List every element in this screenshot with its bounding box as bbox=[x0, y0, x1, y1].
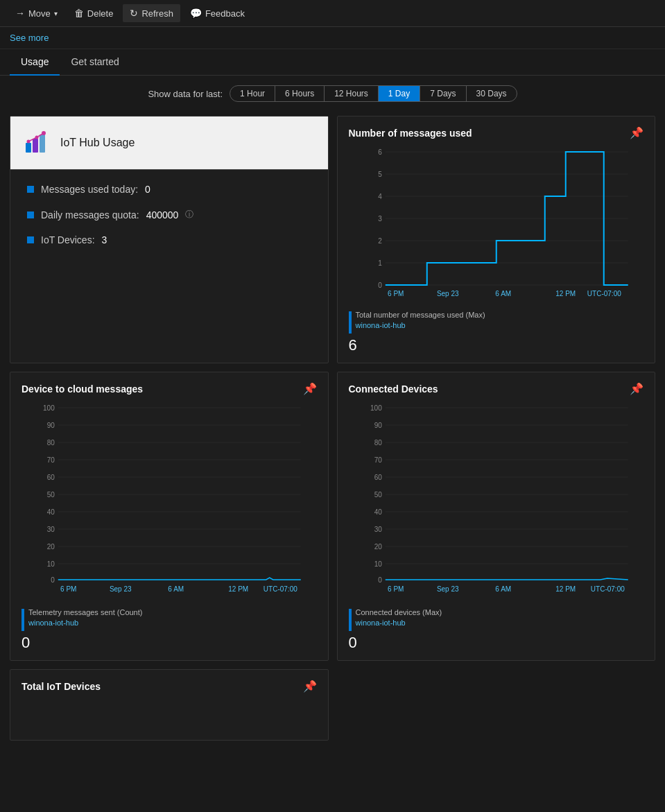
svg-text:40: 40 bbox=[47, 508, 55, 516]
feedback-button[interactable]: 💬 Feedback bbox=[183, 4, 252, 22]
legend-bar bbox=[349, 311, 352, 334]
iot-hub-icon bbox=[24, 129, 52, 157]
messages-legend-value: 6 bbox=[338, 336, 655, 363]
device-cloud-legend: Telemetry messages sent (Count) winona-i… bbox=[10, 602, 328, 634]
svg-text:0: 0 bbox=[378, 282, 382, 289]
messages-chart-header: Number of messages used 📌 bbox=[338, 116, 655, 145]
legend-bar-2 bbox=[21, 609, 24, 631]
time-pill-30d[interactable]: 30 Days bbox=[467, 86, 517, 101]
svg-text:50: 50 bbox=[374, 491, 382, 499]
time-pill-1d[interactable]: 1 Day bbox=[379, 86, 420, 101]
device-cloud-legend-item: Telemetry messages sent (Count) winona-i… bbox=[21, 607, 317, 631]
total-devices-title: Total IoT Devices bbox=[21, 681, 101, 692]
svg-text:12 PM: 12 PM bbox=[555, 290, 576, 297]
svg-text:6 AM: 6 AM bbox=[495, 290, 511, 297]
svg-text:70: 70 bbox=[374, 456, 382, 464]
svg-text:12 PM: 12 PM bbox=[228, 585, 248, 593]
svg-text:100: 100 bbox=[370, 404, 382, 412]
pin-icon-3[interactable]: 📌 bbox=[630, 382, 644, 395]
connected-legend-item: Connected devices (Max) winona-iot-hub bbox=[349, 607, 644, 631]
move-icon: → bbox=[15, 8, 25, 19]
device-cloud-header: Device to cloud messages 📌 bbox=[10, 372, 328, 401]
svg-text:80: 80 bbox=[374, 439, 382, 447]
messages-chart-area: 6 5 4 3 2 1 0 6 PM Sep 23 6 AM 12 PM UTC… bbox=[338, 145, 655, 304]
pin-icon-2[interactable]: 📌 bbox=[303, 382, 317, 395]
info-icon[interactable]: ⓘ bbox=[185, 209, 193, 221]
device-cloud-chart-area: 100 90 80 70 60 50 40 30 20 10 0 6 PM Se… bbox=[10, 401, 328, 602]
iot-stats: Messages used today: 0 Daily messages qu… bbox=[10, 170, 328, 259]
move-button[interactable]: → Move ▾ bbox=[8, 4, 64, 22]
time-pills-group: 1 Hour 6 Hours 12 Hours 1 Day 7 Days 30 … bbox=[230, 85, 517, 102]
svg-text:Sep 23: Sep 23 bbox=[110, 585, 132, 593]
svg-text:50: 50 bbox=[47, 491, 55, 499]
dashboard: IoT Hub Usage Messages used today: 0 Dai… bbox=[0, 109, 665, 748]
stat-messages-today: Messages used today: 0 bbox=[27, 184, 311, 195]
stat-square-icon-3 bbox=[27, 236, 34, 243]
connected-legend-label: Connected devices (Max) bbox=[356, 607, 442, 618]
messages-legend-label: Total number of messages used (Max) bbox=[356, 310, 485, 320]
pin-icon[interactable]: 📌 bbox=[630, 126, 644, 139]
device-cloud-card: Device to cloud messages 📌 100 90 8 bbox=[10, 372, 329, 661]
device-cloud-svg: 100 90 80 70 60 50 40 30 20 10 0 6 PM Se… bbox=[21, 401, 317, 595]
refresh-icon: ↻ bbox=[130, 8, 138, 19]
time-filter-label: Show data for last: bbox=[148, 89, 223, 99]
svg-text:60: 60 bbox=[47, 474, 55, 481]
messages-legend-item: Total number of messages used (Max) wino… bbox=[349, 310, 644, 334]
time-pill-6h[interactable]: 6 Hours bbox=[275, 86, 325, 101]
connected-devices-header: Connected Devices 📌 bbox=[338, 372, 655, 401]
tab-usage[interactable]: Usage bbox=[10, 49, 60, 76]
legend-bar-3 bbox=[349, 609, 352, 631]
toolbar: → Move ▾ 🗑 Delete ↻ Refresh 💬 Feedback bbox=[0, 0, 665, 27]
svg-rect-1 bbox=[33, 139, 38, 153]
tab-get-started[interactable]: Get started bbox=[60, 49, 130, 76]
svg-text:100: 100 bbox=[43, 404, 55, 412]
iot-usage-header: IoT Hub Usage bbox=[10, 116, 328, 170]
device-cloud-legend-value: 0 bbox=[10, 634, 328, 660]
iot-usage-card: IoT Hub Usage Messages used today: 0 Dai… bbox=[10, 116, 329, 363]
svg-text:3: 3 bbox=[378, 215, 382, 223]
svg-text:10: 10 bbox=[374, 560, 382, 568]
messages-chart-title: Number of messages used bbox=[349, 128, 472, 139]
svg-text:4: 4 bbox=[378, 193, 382, 200]
stat-daily-quota: Daily messages quota: 400000 ⓘ bbox=[27, 209, 311, 221]
svg-text:0: 0 bbox=[51, 576, 55, 584]
device-cloud-title: Device to cloud messages bbox=[21, 383, 143, 395]
feedback-icon: 💬 bbox=[190, 8, 202, 19]
iot-usage-title: IoT Hub Usage bbox=[60, 137, 135, 149]
messages-chart-svg: 6 5 4 3 2 1 0 6 PM Sep 23 6 AM 12 PM UTC… bbox=[349, 145, 644, 297]
svg-text:6 AM: 6 AM bbox=[495, 585, 511, 593]
time-pill-12h[interactable]: 12 Hours bbox=[325, 86, 379, 101]
delete-button[interactable]: 🗑 Delete bbox=[67, 4, 121, 22]
svg-text:30: 30 bbox=[374, 526, 382, 533]
see-more-link[interactable]: See more bbox=[10, 33, 49, 43]
connected-devices-title: Connected Devices bbox=[349, 383, 438, 395]
messages-chart-card: Number of messages used 📌 6 5 4 3 2 1 0 bbox=[337, 116, 656, 363]
svg-text:6 PM: 6 PM bbox=[388, 585, 404, 593]
pin-icon-4[interactable]: 📌 bbox=[303, 680, 317, 693]
connected-devices-legend: Connected devices (Max) winona-iot-hub bbox=[338, 602, 655, 634]
connected-devices-svg: 100 90 80 70 60 50 40 30 20 10 0 6 PM Se… bbox=[349, 401, 644, 595]
refresh-button[interactable]: ↻ Refresh bbox=[123, 4, 180, 22]
svg-text:1: 1 bbox=[378, 259, 382, 267]
svg-rect-0 bbox=[26, 143, 31, 153]
time-filter: Show data for last: 1 Hour 6 Hours 12 Ho… bbox=[0, 76, 665, 109]
device-cloud-legend-name: winona-iot-hub bbox=[28, 618, 142, 628]
stat-square-icon-2 bbox=[27, 211, 34, 218]
time-pill-1h[interactable]: 1 Hour bbox=[230, 86, 275, 101]
svg-text:80: 80 bbox=[47, 439, 55, 447]
svg-text:Sep 23: Sep 23 bbox=[436, 585, 458, 593]
svg-text:UTC-07:00: UTC-07:00 bbox=[590, 585, 624, 593]
total-devices-header: Total IoT Devices 📌 bbox=[10, 670, 328, 698]
connected-legend-name: winona-iot-hub bbox=[356, 618, 442, 628]
time-pill-7d[interactable]: 7 Days bbox=[420, 86, 466, 101]
total-devices-card: Total IoT Devices 📌 bbox=[10, 669, 329, 741]
svg-text:20: 20 bbox=[374, 543, 382, 551]
svg-text:60: 60 bbox=[374, 474, 382, 481]
svg-text:40: 40 bbox=[374, 508, 382, 516]
stat-square-icon bbox=[27, 186, 34, 193]
connected-devices-card: Connected Devices 📌 100 90 80 70 60 bbox=[337, 372, 656, 661]
svg-text:90: 90 bbox=[374, 422, 382, 429]
svg-text:70: 70 bbox=[47, 456, 55, 464]
svg-text:Sep 23: Sep 23 bbox=[436, 290, 458, 297]
svg-text:12 PM: 12 PM bbox=[555, 585, 576, 593]
